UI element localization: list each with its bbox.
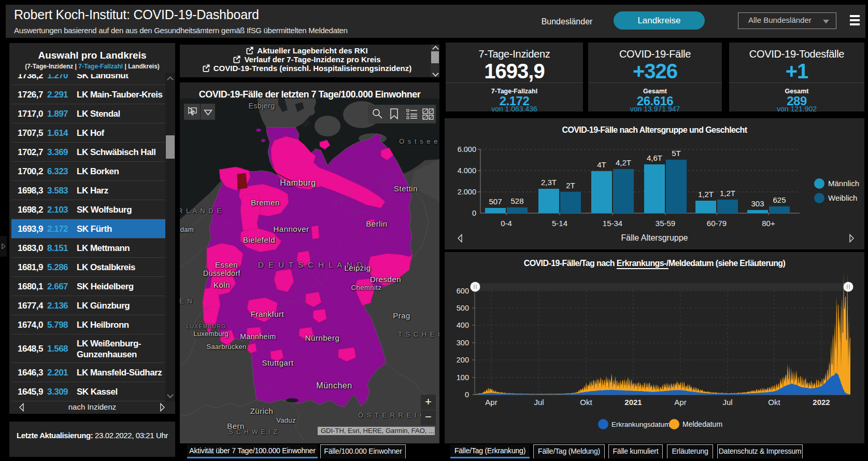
svg-text:5T: 5T: [672, 149, 681, 158]
svg-text:303: 303: [751, 199, 764, 208]
svg-text:Okt: Okt: [580, 398, 592, 407]
svg-text:60-79: 60-79: [707, 219, 727, 228]
svg-text:6.000: 6.000: [458, 145, 476, 153]
svg-text:Weiblich: Weiblich: [828, 193, 857, 202]
svg-text:15-34: 15-34: [603, 219, 622, 228]
svg-text:Männlich: Männlich: [828, 179, 859, 188]
svg-text:300: 300: [457, 339, 469, 347]
svg-text:1,2T: 1,2T: [720, 189, 735, 198]
svg-text:0: 0: [472, 209, 476, 217]
svg-text:Apr: Apr: [674, 398, 686, 407]
svg-text:2.000: 2.000: [458, 188, 476, 196]
svg-text:2021: 2021: [624, 398, 642, 407]
svg-text:5-14: 5-14: [552, 219, 567, 228]
svg-text:Jul: Jul: [722, 398, 732, 407]
svg-text:Okt: Okt: [768, 398, 780, 407]
svg-text:4,2T: 4,2T: [616, 158, 631, 167]
svg-text:4.000: 4.000: [458, 166, 476, 175]
svg-text:507: 507: [489, 197, 502, 206]
svg-text:Apr: Apr: [485, 398, 497, 407]
svg-text:2T: 2T: [566, 181, 575, 190]
svg-text:0: 0: [465, 390, 469, 399]
svg-text:0-4: 0-4: [501, 219, 512, 228]
svg-text:528: 528: [510, 197, 523, 205]
svg-text:2022: 2022: [813, 398, 830, 407]
svg-text:1,2T: 1,2T: [698, 190, 714, 199]
svg-text:400: 400: [457, 321, 469, 329]
svg-text:35-59: 35-59: [656, 219, 675, 228]
svg-text:Erkrankungsdatum: Erkrankungsdatum: [611, 421, 670, 428]
svg-text:Meldedatum: Meldedatum: [682, 420, 722, 428]
svg-text:200: 200: [457, 356, 469, 364]
svg-text:100: 100: [457, 373, 469, 382]
svg-text:2,3T: 2,3T: [541, 178, 557, 187]
svg-text:625: 625: [773, 195, 786, 204]
svg-text:600: 600: [457, 287, 469, 295]
svg-text:4,6T: 4,6T: [647, 153, 662, 162]
svg-text:4T: 4T: [597, 160, 606, 169]
svg-text:500: 500: [457, 304, 469, 312]
svg-text:Jul: Jul: [534, 398, 544, 407]
svg-text:80+: 80+: [762, 219, 775, 228]
